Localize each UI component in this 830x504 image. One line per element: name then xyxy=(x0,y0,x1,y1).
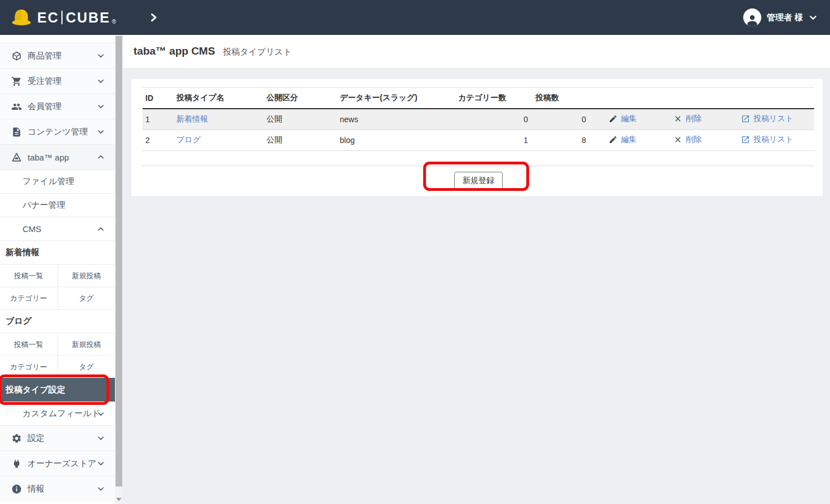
post-list-link[interactable]: 投稿リスト xyxy=(726,114,793,124)
users-icon xyxy=(11,101,22,112)
chevron-down-icon xyxy=(97,485,105,493)
sidebar-item-orders[interactable]: 受注管理 xyxy=(0,68,115,93)
sidebar-blog-links2: カテゴリー タグ xyxy=(0,355,115,378)
pencil-icon xyxy=(609,135,618,144)
sidebar-item-blog-category[interactable]: カテゴリー xyxy=(0,356,57,378)
main-content: taba™ app CMS 投稿タイプリスト ID 投稿タイプ名 公開区分 デー… xyxy=(123,35,830,504)
page-subtitle: 投稿タイプリスト xyxy=(223,47,292,57)
ec-cube-hat-icon xyxy=(11,9,32,26)
col-header-id: ID xyxy=(143,88,174,109)
cell-visibility: 公開 xyxy=(264,109,337,130)
top-header: ECCUBE ® 管理者 様 xyxy=(0,0,830,35)
sidebar-item-taba-app[interactable]: taba™ app xyxy=(0,144,115,170)
post-type-table: ID 投稿タイプ名 公開区分 データキー(スラッグ) カテゴリー数 投稿数 1 xyxy=(143,87,814,151)
post-type-card: ID 投稿タイプ名 公開区分 データキー(スラッグ) カテゴリー数 投稿数 1 xyxy=(131,79,823,196)
sidebar-collapse-chevron-icon[interactable] xyxy=(149,12,158,23)
sidebar-item-news-post-list[interactable]: 投稿一覧 xyxy=(0,265,57,287)
delete-button[interactable]: 削除 xyxy=(658,114,702,124)
user-name: 管理者 様 xyxy=(767,12,803,23)
chevron-down-icon xyxy=(97,460,105,467)
cell-slug: news xyxy=(337,109,455,130)
sidebar-item-file-management[interactable]: ファイル管理 xyxy=(0,170,115,193)
sidebar-item-news-tag[interactable]: タグ xyxy=(57,287,116,309)
chevron-down-icon xyxy=(97,434,105,442)
chevron-up-icon xyxy=(97,153,105,161)
col-header-slug: データキー(スラッグ) xyxy=(337,88,455,109)
post-list-link[interactable]: 投稿リスト xyxy=(726,135,793,145)
col-header-post-type-name: 投稿タイプ名 xyxy=(174,88,264,109)
sidebar-news-links: 投稿一覧 新規投稿 xyxy=(0,264,115,287)
scrollbar-down-arrow-icon[interactable] xyxy=(116,497,122,502)
page-title: taba™ app CMS xyxy=(134,45,215,57)
sidebar-section-news: 新着情報 xyxy=(0,240,115,264)
sidebar-item-products[interactable]: 商品管理 xyxy=(0,43,115,68)
chevron-down-icon xyxy=(97,410,105,418)
col-header-visibility: 公開区分 xyxy=(264,88,337,109)
pencil-icon xyxy=(609,114,618,123)
cell-slug: blog xyxy=(337,130,455,151)
document-icon xyxy=(11,127,22,137)
new-registration-button[interactable]: 新規登録 xyxy=(454,172,503,190)
table-row: 1 新着情報 公開 news 0 0 編集 削除 投稿リスト xyxy=(143,109,814,130)
col-header-post-list xyxy=(723,88,814,109)
ec-cube-logo[interactable]: ECCUBE ® xyxy=(11,9,116,26)
chevron-down-icon xyxy=(97,128,105,136)
sidebar-item-post-type-settings[interactable]: 投稿タイプ設定 xyxy=(0,378,115,402)
taba-logo-icon xyxy=(11,152,22,163)
post-type-name-link[interactable]: 新着情報 xyxy=(176,114,208,123)
sidebar-section-blog: ブログ xyxy=(0,309,115,333)
col-header-delete xyxy=(655,88,723,109)
card-footer: 新規登録 xyxy=(143,166,814,196)
x-icon xyxy=(673,114,682,123)
sidebar-item-banner-management[interactable]: バナー管理 xyxy=(0,193,115,217)
cell-id: 1 xyxy=(143,109,174,130)
cell-id: 2 xyxy=(143,130,174,151)
cart-icon xyxy=(11,76,22,87)
sidebar-item-blog-new-post[interactable]: 新規投稿 xyxy=(57,333,116,355)
sidebar-item-members[interactable]: 会員管理 xyxy=(0,93,115,119)
scrollbar-thumb[interactable] xyxy=(116,36,122,487)
edit-button[interactable]: 編集 xyxy=(593,114,637,124)
cell-category-count: 0 xyxy=(455,109,532,130)
sidebar-scrollbar[interactable] xyxy=(115,35,123,504)
delete-button[interactable]: 削除 xyxy=(658,135,702,145)
registered-mark: ® xyxy=(112,19,116,25)
sidebar: 商品管理 受注管理 会員管理 コンテンツ管理 taba™ app ファイル管理 xyxy=(0,35,115,504)
sidebar-item-custom-fields[interactable]: カスタムフィールド xyxy=(0,402,115,425)
sidebar-item-news-new-post[interactable]: 新規投稿 xyxy=(57,265,116,287)
cell-post-count: 0 xyxy=(532,109,591,130)
sidebar-item-blog-tag[interactable]: タグ xyxy=(57,356,116,378)
sidebar-item-info[interactable]: 情報 xyxy=(0,476,115,501)
table-header-row: ID 投稿タイプ名 公開区分 データキー(スラッグ) カテゴリー数 投稿数 xyxy=(143,88,814,109)
post-type-name-link[interactable]: ブログ xyxy=(176,135,201,144)
sidebar-item-blog-post-list[interactable]: 投稿一覧 xyxy=(0,333,57,355)
table-row: 2 ブログ 公開 blog 1 8 編集 削除 投稿リスト xyxy=(143,130,814,151)
cell-post-count: 8 xyxy=(532,130,591,151)
sidebar-item-settings[interactable]: 設定 xyxy=(0,425,115,451)
col-header-edit xyxy=(591,88,655,109)
edit-button[interactable]: 編集 xyxy=(593,135,637,145)
chevron-up-icon xyxy=(97,225,105,233)
chevron-down-icon xyxy=(809,13,818,22)
chevron-down-icon xyxy=(97,52,105,60)
sidebar-item-cms[interactable]: CMS xyxy=(0,217,115,240)
avatar xyxy=(743,8,761,26)
ec-cube-wordmark: ECCUBE xyxy=(37,10,110,26)
external-link-icon xyxy=(741,114,750,123)
sidebar-news-links2: カテゴリー タグ xyxy=(0,287,115,309)
x-icon xyxy=(673,135,682,144)
cell-category-count: 1 xyxy=(455,130,532,151)
cube-icon xyxy=(11,51,22,61)
chevron-down-icon xyxy=(97,102,105,110)
chevron-down-icon xyxy=(97,77,105,85)
sidebar-item-news-category[interactable]: カテゴリー xyxy=(0,287,57,309)
gear-icon xyxy=(11,433,22,444)
sidebar-blog-links: 投稿一覧 新規投稿 xyxy=(0,333,115,355)
col-header-category-count: カテゴリー数 xyxy=(455,88,532,109)
info-icon xyxy=(11,484,22,494)
user-menu[interactable]: 管理者 様 xyxy=(743,8,818,26)
external-link-icon xyxy=(741,135,750,144)
sidebar-item-contents[interactable]: コンテンツ管理 xyxy=(0,119,115,144)
app-window: ECCUBE ® 管理者 様 商品管理 受注管理 会員管理 xyxy=(0,0,830,504)
sidebar-item-owners-store[interactable]: オーナーズストア xyxy=(0,451,115,476)
